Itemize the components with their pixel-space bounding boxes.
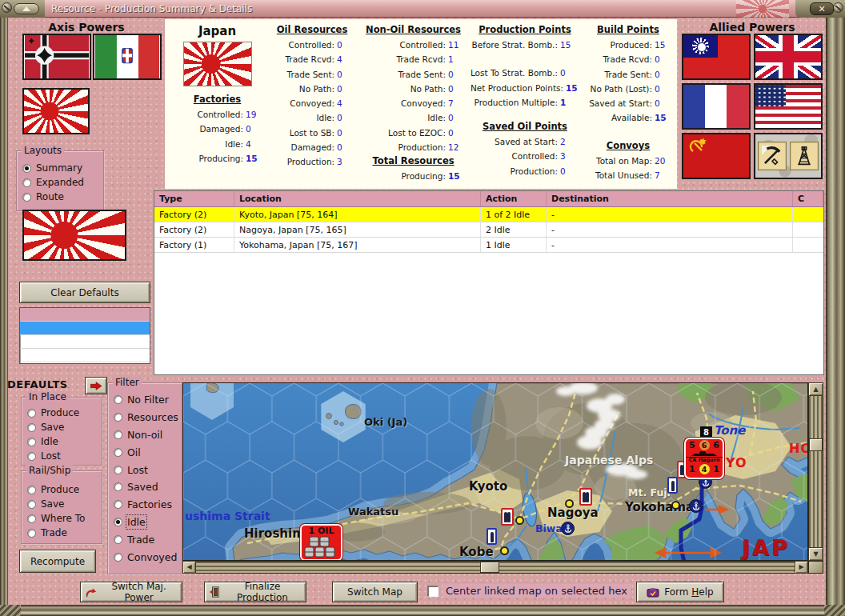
recompute-button[interactable]: Recompute: [19, 550, 96, 573]
table-cell: Yokohama, Japan [75, 167]: [234, 238, 481, 252]
radio-save[interactable]: Save: [22, 497, 102, 511]
city-dot-icon[interactable]: [515, 516, 524, 525]
stat-value: 19: [246, 107, 265, 122]
japan-naval-flag[interactable]: [22, 210, 126, 261]
radio-trade[interactable]: Trade: [22, 526, 102, 540]
italy-flag[interactable]: [93, 34, 162, 80]
scroll-down-button[interactable]: ▼: [808, 547, 823, 561]
stat-value: 0: [337, 126, 356, 140]
radio-lost[interactable]: Lost: [108, 461, 182, 478]
column-header-type[interactable]: Type: [154, 191, 234, 206]
city-dot-icon[interactable]: [671, 501, 680, 510]
map-viewport[interactable]: Oki (Ja)ushima StraitWakatsuHiroshimaKyo…: [182, 382, 808, 561]
stat-value: 0: [448, 126, 467, 140]
column-header-action[interactable]: Action: [481, 191, 547, 206]
radio-label: Non-oil: [127, 429, 162, 441]
scroll-up-button[interactable]: ▲: [808, 382, 823, 396]
resource-icons-cell[interactable]: [754, 133, 823, 179]
radio-produce[interactable]: Produce: [22, 482, 102, 497]
port-anchor-icon[interactable]: [561, 522, 575, 535]
column-header-destination[interactable]: Destination: [547, 191, 793, 206]
factory-icon[interactable]: [579, 488, 592, 506]
switch-map-button[interactable]: Switch Map: [332, 582, 418, 602]
radio-idle[interactable]: Idle: [22, 434, 102, 449]
production-summary-panel: Japan FactoriesControlled:19Damaged:0Idl…: [165, 19, 677, 189]
radio-save[interactable]: Save: [22, 420, 102, 434]
table-cell: Factory (2): [154, 207, 234, 222]
list-item[interactable]: [20, 335, 150, 349]
scroll-right-button[interactable]: ▶: [795, 561, 808, 574]
japan-naval-flag[interactable]: [22, 88, 90, 134]
radio-produce[interactable]: Produce: [22, 406, 102, 420]
column-header-location[interactable]: Location: [234, 191, 481, 206]
map-label-hon: HON: [789, 441, 808, 456]
map-label-japanese-alps: Japanese Alps: [565, 454, 653, 466]
window-frame-bottom: [0, 605, 845, 616]
listbox-header-row[interactable]: [20, 308, 150, 322]
table-header-row: TypeLocationActionDestinationC: [154, 191, 823, 207]
radio-label: Trade: [127, 534, 154, 546]
scroll-left-button[interactable]: ◀: [182, 561, 196, 574]
window-shade-button[interactable]: [14, 3, 39, 14]
defaults-listbox[interactable]: [19, 307, 150, 364]
radio-factories[interactable]: Factories: [108, 496, 182, 514]
stat-value: 0: [655, 67, 674, 82]
radio-summary[interactable]: Summary: [17, 161, 103, 175]
city-dot-icon[interactable]: [500, 546, 509, 555]
radio-idle[interactable]: Idle: [108, 514, 182, 531]
tone-strength-counter[interactable]: 8: [700, 426, 712, 438]
vertical-scroll-thumb[interactable]: [809, 438, 823, 451]
ussr-flag[interactable]: [682, 133, 751, 179]
france-flag[interactable]: [682, 83, 751, 130]
ca-haguro-counter[interactable]: 5 6 6 CA Haguro 1 4 1: [684, 438, 724, 479]
horizontal-scroll-thumb[interactable]: [480, 562, 499, 573]
production-row: Production:3: [268, 154, 356, 169]
defaults-apply-arrow-button[interactable]: [85, 377, 107, 394]
window-titlebar[interactable]: Resource - Production Summary & Details: [0, 0, 845, 18]
china-flag[interactable]: [682, 34, 751, 80]
radio-no-filter[interactable]: No Filter: [108, 391, 182, 409]
port-anchor-icon[interactable]: [689, 499, 703, 513]
oil-resource-counter[interactable]: 1 OIL: [300, 524, 342, 561]
radio-label: No Filter: [127, 394, 169, 406]
radio-lost[interactable]: Lost: [22, 449, 102, 463]
center-map-checkbox[interactable]: [427, 586, 439, 597]
factory-icon[interactable]: [501, 508, 514, 526]
radio-route[interactable]: Route: [17, 190, 103, 204]
china-sun-icon: [692, 38, 709, 54]
clear-defaults-button[interactable]: Clear Defaults: [19, 282, 150, 303]
table-row[interactable]: Factory (2)Kyoto, Japan [75, 164]1 of 2 …: [154, 207, 823, 222]
close-button[interactable]: ✕: [810, 2, 834, 15]
form-help-button[interactable]: Form Help: [636, 582, 724, 602]
resource-icon[interactable]: [667, 477, 678, 494]
producing-row: Producing:15: [359, 169, 467, 183]
table-row[interactable]: Factory (2)Nagoya, Japan [75, 165]2 Idle…: [154, 222, 823, 238]
switch-major-power-button[interactable]: Switch Maj. Power: [80, 582, 182, 602]
mining-icon: [758, 142, 787, 170]
map-vertical-scrollbar[interactable]: [808, 382, 823, 561]
list-item[interactable]: [20, 322, 150, 335]
table-row[interactable]: Factory (1)Yokohama, Japan [75, 167]1 Id…: [154, 238, 823, 253]
frame-corner-hatch: [0, 605, 21, 616]
table-cell: 1 Idle: [481, 238, 547, 252]
resource-table[interactable]: TypeLocationActionDestinationCFactory (2…: [154, 190, 824, 375]
radio-expanded[interactable]: Expanded: [17, 175, 103, 190]
uk-flag[interactable]: [754, 34, 823, 80]
usa-flag[interactable]: [754, 83, 823, 130]
column-header-c[interactable]: C: [793, 191, 823, 206]
radio-oil[interactable]: Oil: [108, 443, 182, 461]
radio-convoyed[interactable]: Convoyed: [108, 548, 182, 566]
resource-icon[interactable]: [487, 528, 497, 545]
city-dot-icon[interactable]: [565, 499, 574, 508]
finalize-production-button[interactable]: Finalize Production: [204, 582, 306, 602]
stat-label: Controlled:: [170, 107, 243, 122]
radio-resources[interactable]: Resources: [108, 409, 182, 426]
radio-trade[interactable]: Trade: [108, 530, 182, 548]
list-item[interactable]: [20, 349, 150, 362]
germany-war-flag[interactable]: [22, 34, 91, 80]
radio-non-oil[interactable]: Non-oil: [108, 426, 182, 444]
radio-circle-icon: [22, 164, 31, 173]
radio-where-to[interactable]: Where To: [22, 511, 102, 526]
center-map-checkbox-label[interactable]: Center linked map on selected hex: [443, 584, 631, 598]
radio-saved[interactable]: Saved: [108, 478, 182, 496]
